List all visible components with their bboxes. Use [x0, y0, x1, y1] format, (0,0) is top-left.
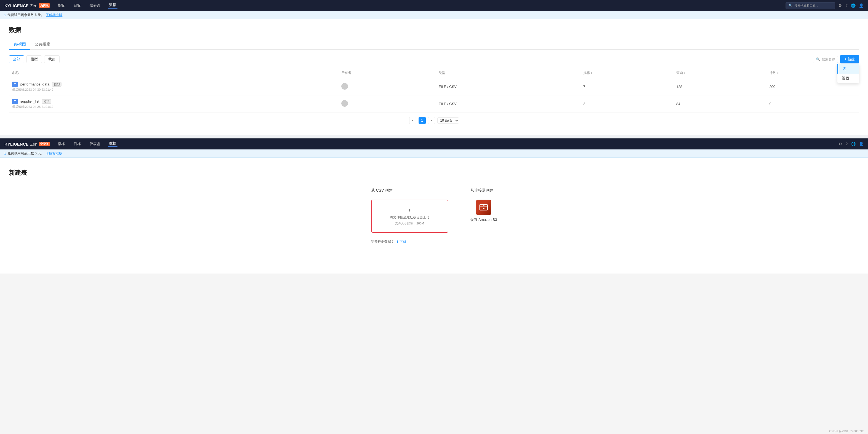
row-name-cell: T supplier_list 模型 最后编辑:2023-04-28 21:21…	[9, 95, 338, 113]
create-from-connector: 从连接器创建 S3 设置 Amazon S3	[470, 188, 497, 222]
row-owner	[338, 95, 435, 113]
col-queries[interactable]: 查询 ↕	[673, 68, 766, 78]
brand-zen: Zen	[30, 3, 37, 8]
avatar	[341, 100, 348, 107]
col-type: 类型	[435, 68, 580, 78]
search-icon: 🔍	[816, 57, 820, 61]
row-rows: 9	[766, 95, 859, 113]
top-navbar: KYLIGENCE Zen 免费版 指标 目标 仪表盘 数据 🔍 搜索指标和目标…	[0, 0, 868, 11]
nav-dashboard[interactable]: 仪表盘	[89, 3, 101, 8]
upload-limit: 文件大小限制：200M	[395, 221, 424, 225]
download-link[interactable]: ⬇ 下载	[396, 239, 406, 244]
next-page[interactable]: ›	[428, 117, 435, 124]
nav-goals-2[interactable]: 目标	[72, 142, 82, 147]
user-icon-2[interactable]: 👤	[859, 142, 864, 146]
user-icon[interactable]: 👤	[859, 3, 864, 8]
bottom-navbar: KYLIGENCE Zen 免费版 指标 目标 仪表盘 数据 ⚙ ? 🌐 👤	[0, 138, 868, 150]
row-queries: 128	[673, 78, 766, 95]
table-row[interactable]: T performance_data 模型 最后编辑:2023-04-30 23…	[9, 78, 859, 95]
connector-section-label: 从连接器创建	[470, 188, 494, 193]
prev-page[interactable]: ‹	[409, 117, 416, 124]
help-icon-2[interactable]: ?	[845, 142, 847, 146]
nav-goals[interactable]: 目标	[72, 3, 82, 8]
page-1[interactable]: 1	[418, 117, 426, 124]
col-owner: 所有者	[338, 68, 435, 78]
row-type: FILE / CSV	[435, 78, 580, 95]
brand-zen-2: Zen	[30, 142, 37, 147]
filter-model[interactable]: 模型	[27, 55, 42, 63]
new-table-title: 新建表	[9, 169, 859, 177]
row-name: performance_data	[21, 82, 50, 86]
page-tabs: 表/视图 公共维度	[9, 40, 859, 50]
nav-dashboard-2[interactable]: 仪表盘	[89, 142, 101, 147]
globe-icon[interactable]: 🌐	[851, 3, 856, 8]
new-button[interactable]: + 新建	[840, 55, 859, 63]
avatar	[341, 83, 348, 90]
row-tag: 模型	[52, 82, 61, 87]
row-metrics: 7	[580, 78, 673, 95]
col-name: 名称	[9, 68, 338, 78]
dropdown-table[interactable]: 表	[837, 64, 859, 73]
nav-metrics[interactable]: 指标	[57, 3, 66, 8]
trial-banner: ℹ 免费试用剩余天数 6 天。 了解标准版	[0, 11, 868, 19]
sample-label: 需要样例数据？	[371, 239, 394, 244]
nav-right: 🔍 搜索指标和目标... ⚙ ? 🌐 👤	[785, 2, 864, 9]
table-row[interactable]: T supplier_list 模型 最后编辑:2023-04-28 21:21…	[9, 95, 859, 113]
globe-icon-2[interactable]: 🌐	[851, 142, 856, 146]
tab-table-view[interactable]: 表/视图	[9, 40, 30, 50]
row-owner	[338, 78, 435, 95]
filter-mine[interactable]: 我的	[44, 55, 60, 63]
row-type-icon: T	[12, 82, 18, 87]
row-type: FILE / CSV	[435, 95, 580, 113]
sample-data-row: 需要样例数据？ ⬇ 下载	[371, 239, 406, 244]
page-title: 数据	[9, 26, 859, 34]
dropdown-view[interactable]: 视图	[837, 73, 859, 83]
search-icon: 🔍	[788, 4, 793, 7]
free-badge-2: 免费版	[39, 142, 50, 146]
amazon-s3-icon: S3	[476, 199, 491, 215]
info-icon-2: ℹ	[4, 152, 6, 156]
new-table-page: 新建表 从 CSV 创建 + 将文件拖至此处或点击上传 文件大小限制：200M …	[0, 158, 868, 274]
download-icon: ⬇	[396, 240, 399, 244]
settings-icon[interactable]: ⚙	[838, 3, 842, 8]
filter-row: 全部 模型 我的 🔍 搜索名称 + 新建 表 视图	[9, 55, 859, 63]
csv-section-label: 从 CSV 创建	[371, 188, 393, 193]
s3-svg: S3	[479, 203, 489, 212]
search-placeholder: 搜索指标和目标...	[795, 4, 818, 8]
row-name: supplier_list	[21, 99, 39, 103]
upload-area[interactable]: + 将文件拖至此处或点击上传 文件大小限制：200M	[371, 199, 448, 233]
brand-name-2: KYLIGENCE	[4, 142, 29, 147]
data-table: 名称 所有者 类型 指标 ↕ 查询 ↕ 行数 ↕ T performance_d…	[9, 68, 859, 113]
nav-links-2: 指标 目标 仪表盘 数据	[57, 141, 118, 147]
banner-link[interactable]: 了解标准版	[46, 13, 62, 18]
bottom-section: KYLIGENCE Zen 免费版 指标 目标 仪表盘 数据 ⚙ ? 🌐 👤 ℹ…	[0, 138, 868, 274]
new-dropdown: 表 视图	[837, 64, 859, 83]
page-size-select[interactable]: 10 条/页 20 条/页 50 条/页	[437, 118, 459, 124]
nav-links: 指标 目标 仪表盘 数据	[57, 2, 118, 8]
filter-all[interactable]: 全部	[9, 55, 24, 63]
name-search[interactable]: 🔍 搜索名称	[813, 56, 838, 63]
row-updated: 最后编辑:2023-04-28 21:21:12	[12, 105, 335, 109]
help-icon[interactable]: ?	[845, 3, 847, 8]
create-section: 从 CSV 创建 + 将文件拖至此处或点击上传 文件大小限制：200M 需要样例…	[9, 188, 859, 244]
row-type-icon: T	[12, 99, 18, 104]
tab-public-dimension[interactable]: 公共维度	[30, 40, 55, 50]
trial-banner-2: ℹ 免费试用剩余天数 6 天。 了解标准版	[0, 150, 868, 158]
upload-text: 将文件拖至此处或点击上传	[390, 215, 430, 220]
row-updated: 最后编辑:2023-04-30 23:21:49	[12, 88, 335, 92]
banner-text: 免费试用剩余天数 6 天。	[7, 13, 44, 18]
col-metrics[interactable]: 指标 ↕	[580, 68, 673, 78]
amazon-s3-card[interactable]: S3 设置 Amazon S3	[470, 199, 497, 222]
search-placeholder: 搜索名称	[822, 57, 835, 62]
banner-text-2: 免费试用剩余天数 6 天。	[7, 151, 44, 156]
nav-data-2[interactable]: 数据	[108, 141, 118, 147]
brand-logo: KYLIGENCE Zen 免费版	[4, 3, 50, 8]
svg-text:S3: S3	[483, 204, 485, 206]
create-from-csv: 从 CSV 创建 + 将文件拖至此处或点击上传 文件大小限制：200M 需要样例…	[371, 188, 448, 244]
nav-metrics-2[interactable]: 指标	[57, 142, 66, 147]
nav-data[interactable]: 数据	[108, 2, 118, 8]
global-search[interactable]: 🔍 搜索指标和目标...	[785, 2, 835, 9]
banner-link-2[interactable]: 了解标准版	[46, 151, 62, 156]
free-badge: 免费版	[39, 3, 50, 8]
settings-icon-2[interactable]: ⚙	[838, 142, 842, 146]
